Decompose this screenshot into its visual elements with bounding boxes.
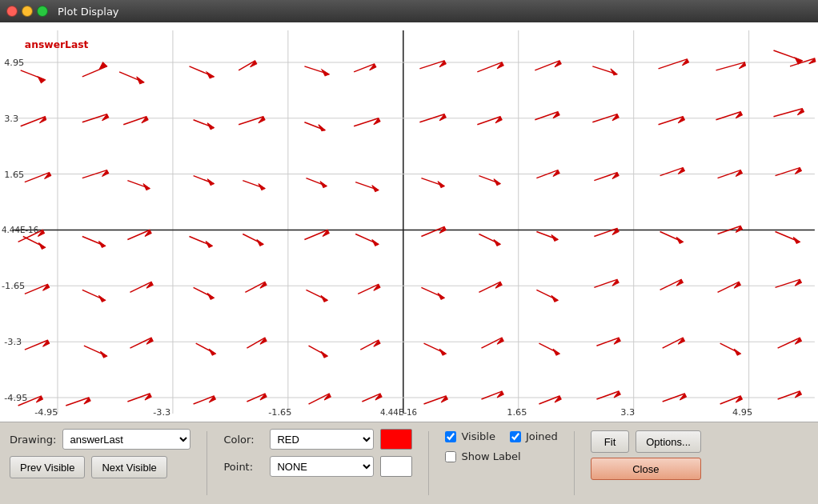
color-label: Color: <box>223 434 263 446</box>
show-label-row: Show Label <box>445 450 557 462</box>
fit-close-group: Fit Options... Close <box>591 429 701 480</box>
svg-marker-164 <box>551 295 558 302</box>
point-swatch <box>380 456 412 477</box>
svg-marker-134 <box>494 239 500 246</box>
svg-line-51 <box>659 59 688 69</box>
svg-marker-130 <box>372 239 379 246</box>
plot-area: 4.95 3.3 1.65 4.44E-16 -1.65 -3.3 -4.95 … <box>0 22 818 422</box>
nav-row: Prev Visible Next Visible <box>10 456 190 478</box>
svg-line-85 <box>773 109 802 117</box>
separator-3 <box>574 431 575 495</box>
point-select[interactable]: NONE <box>270 456 374 477</box>
fit-button[interactable]: Fit <box>591 430 629 453</box>
minimize-button-title[interactable] <box>22 6 33 17</box>
svg-text:-3.3: -3.3 <box>153 407 170 418</box>
title-bar: Plot Display <box>0 0 818 22</box>
color-swatch <box>380 429 412 450</box>
joined-label: Joined <box>526 430 558 442</box>
svg-marker-152 <box>207 293 214 299</box>
svg-text:-4.95: -4.95 <box>4 393 27 403</box>
svg-marker-180 <box>209 349 215 355</box>
controls-bar: Drawing: answerLast Prev Visible Next Vi… <box>0 422 818 504</box>
title-bar-buttons <box>6 6 48 17</box>
svg-text:4.95: 4.95 <box>732 407 752 418</box>
drawing-select[interactable]: answerLast <box>62 429 190 450</box>
close-button-title[interactable] <box>6 6 18 17</box>
svg-text:answerLast: answerLast <box>25 39 89 50</box>
svg-line-53 <box>716 62 745 70</box>
svg-marker-188 <box>439 349 446 355</box>
svg-text:4.44E-16: 4.44E-16 <box>380 408 417 417</box>
svg-marker-124 <box>206 241 212 247</box>
svg-marker-160 <box>438 293 444 299</box>
svg-line-71 <box>354 118 379 126</box>
close-button[interactable]: Close <box>591 458 701 480</box>
svg-text:3.3: 3.3 <box>620 407 635 418</box>
svg-marker-148 <box>98 295 105 302</box>
drawing-label: Drawing: <box>10 434 56 446</box>
prev-visible-button[interactable]: Prev Visible <box>10 456 85 478</box>
joined-checkbox[interactable] <box>510 431 521 442</box>
plot-svg: 4.95 3.3 1.65 4.44E-16 -1.65 -3.3 -4.95 … <box>0 22 818 422</box>
drawing-group: Drawing: answerLast Prev Visible Next Vi… <box>10 429 190 478</box>
svg-marker-140 <box>676 237 683 243</box>
separator-1 <box>207 431 207 495</box>
visible-row: Visible Joined <box>445 430 557 442</box>
svg-text:4.95: 4.95 <box>4 58 24 68</box>
checkbox-group: Visible Joined Show Label <box>445 429 557 462</box>
options-button[interactable]: Options... <box>636 430 701 453</box>
svg-text:3.3: 3.3 <box>4 114 18 124</box>
show-label-checkbox[interactable] <box>445 451 456 462</box>
svg-text:-1.65: -1.65 <box>2 281 25 291</box>
next-visible-button[interactable]: Next Visible <box>91 456 166 478</box>
visible-label: Visible <box>461 430 495 442</box>
svg-marker-118 <box>38 242 45 249</box>
svg-text:-3.3: -3.3 <box>4 337 22 347</box>
fit-options-row: Fit Options... <box>591 430 701 453</box>
svg-marker-120 <box>98 241 105 247</box>
svg-text:-4.95: -4.95 <box>34 407 58 418</box>
svg-text:1.65: 1.65 <box>4 170 24 180</box>
point-label: Point: <box>223 461 263 473</box>
svg-marker-126 <box>257 239 263 246</box>
svg-marker-198 <box>734 349 740 355</box>
svg-text:4.44E-16: 4.44E-16 <box>2 226 38 235</box>
svg-marker-36 <box>207 72 214 78</box>
maximize-button-title[interactable] <box>37 6 48 17</box>
color-point-group: Color: RED Point: NONE <box>223 429 412 477</box>
separator-2 <box>428 431 429 495</box>
svg-marker-184 <box>321 351 327 358</box>
point-row: Point: NONE <box>223 456 412 477</box>
color-select[interactable]: RED <box>270 429 374 450</box>
drawing-row: Drawing: answerLast <box>10 429 190 450</box>
window-title: Plot Display <box>58 6 119 18</box>
close-row: Close <box>591 458 701 480</box>
svg-marker-144 <box>793 237 800 243</box>
svg-marker-192 <box>553 349 559 355</box>
color-row: Color: RED <box>223 429 412 450</box>
svg-marker-32 <box>99 62 106 69</box>
svg-marker-176 <box>100 351 106 358</box>
show-label-label: Show Label <box>461 450 520 462</box>
svg-marker-30 <box>38 77 45 83</box>
svg-marker-156 <box>321 295 327 302</box>
svg-text:1.65: 1.65 <box>507 407 527 418</box>
svg-text:-1.65: -1.65 <box>268 407 291 418</box>
visible-checkbox[interactable] <box>445 431 456 442</box>
